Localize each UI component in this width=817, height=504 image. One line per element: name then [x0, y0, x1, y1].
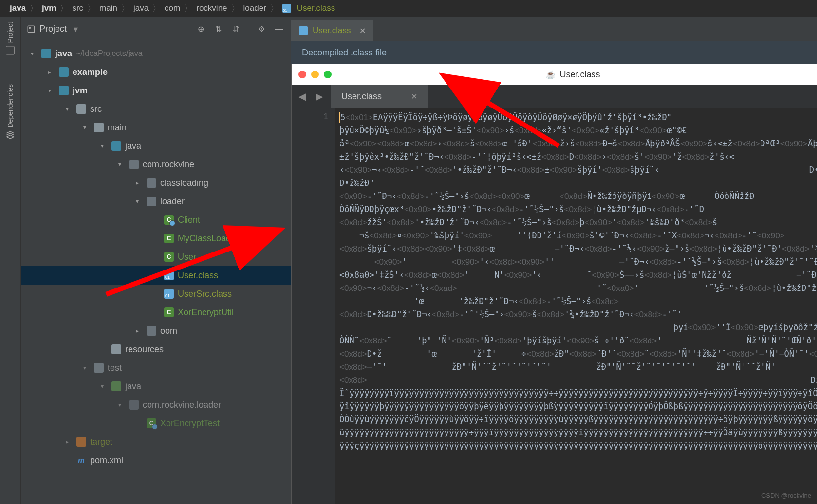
project-dropdown[interactable]: Project ▾ — [27, 24, 78, 35]
tree-item-example[interactable]: ▸example — [21, 63, 291, 81]
crumb-main[interactable]: main — [99, 3, 117, 13]
tree-item-pom-xml[interactable]: mpom.xml — [21, 451, 291, 469]
tree-item-xorencrypttest[interactable]: CXorEncryptTest — [21, 414, 291, 432]
collapse-all-button[interactable]: ⇵ — [229, 23, 242, 36]
tree-label: XorEncryptTest — [160, 418, 220, 429]
project-view-icon — [27, 25, 36, 34]
tree-item-jvm[interactable]: ▾jvm — [21, 81, 291, 100]
expand-arrow-icon[interactable]: ▸ — [66, 438, 74, 445]
close-icon[interactable]: ✕ — [411, 92, 417, 101]
chevron-down-icon: ▾ — [74, 24, 78, 35]
tree-item-test[interactable]: ▾test — [21, 359, 291, 377]
tree-label: MyClassLoader — [178, 234, 239, 244]
tree-label: UserSrc.class — [178, 289, 232, 299]
crumb-com[interactable]: com — [165, 3, 180, 13]
select-opened-button[interactable]: ⊕ — [194, 23, 207, 36]
tree-label: classloading — [160, 178, 208, 188]
popup-tab-label: User.class — [341, 91, 382, 102]
class-icon: C — [164, 252, 174, 262]
folder-dk-icon — [129, 400, 139, 410]
project-icon — [6, 46, 15, 55]
tree-item-usersrc-class[interactable]: UserSrc.class — [21, 285, 291, 303]
expand-arrow-icon[interactable]: ▸ — [48, 69, 57, 75]
tree-item-java[interactable]: ▾java~/IdeaProjects/java — [21, 44, 291, 63]
class-mod-icon: C — [147, 418, 156, 428]
crumb-src[interactable]: src — [72, 3, 83, 13]
crumb-file[interactable]: User.class — [297, 3, 335, 13]
expand-arrow-icon[interactable]: ▾ — [136, 198, 145, 205]
expand-arrow-icon[interactable]: ▾ — [48, 87, 57, 94]
tree-item-com-rockvine[interactable]: ▾com.rockvine — [21, 155, 291, 174]
hide-button[interactable]: — — [273, 23, 285, 36]
traffic-close-icon[interactable] — [298, 71, 306, 78]
tree-item-client[interactable]: CClient — [21, 211, 291, 229]
expand-arrow-icon[interactable]: ▾ — [83, 124, 92, 131]
tree-item-user-class[interactable]: User.class — [21, 266, 291, 285]
tree-item-user[interactable]: CUser — [21, 248, 291, 266]
breadcrumb: java〉 jvm〉 src〉 main〉 java〉 com〉 rockvin… — [0, 0, 817, 17]
tree-item-target[interactable]: ▸target — [21, 432, 291, 451]
nav-fwd-button[interactable]: ▶ — [314, 90, 325, 102]
expand-arrow-icon[interactable]: ▾ — [101, 383, 110, 390]
tree-label: main — [108, 123, 127, 133]
crumb-java[interactable]: java — [10, 3, 26, 13]
traffic-max-icon[interactable] — [324, 71, 332, 78]
popup-window: ☕User.class ◀ ▶ User.class ✕ 1 5<0x01>EA… — [291, 64, 817, 504]
nav-back-button[interactable]: ◀ — [297, 90, 308, 102]
tree-item-loader[interactable]: ▾loader — [21, 192, 291, 211]
sidebar-header: Project ▾ ⊕ ⇅ ⇵ ⚙ — — [21, 17, 291, 41]
expand-arrow-icon[interactable]: ▾ — [66, 106, 74, 112]
expand-all-button[interactable]: ⇅ — [212, 23, 224, 36]
expand-arrow-icon[interactable]: ▾ — [101, 143, 110, 149]
settings-button[interactable]: ⚙ — [255, 23, 268, 36]
crumb-jvm[interactable]: jvm — [42, 3, 56, 13]
project-tree[interactable]: ▾java~/IdeaProjects/java▸example▾jvm▾src… — [21, 41, 291, 504]
close-icon[interactable]: ✕ — [359, 26, 366, 36]
tree-item-main[interactable]: ▾main — [21, 118, 291, 137]
tree-label: Client — [178, 215, 200, 225]
rail-project[interactable]: Project — [6, 22, 15, 55]
tree-item-src[interactable]: ▾src — [21, 100, 291, 118]
tree-label: User.class — [178, 270, 218, 281]
tree-item-classloading[interactable]: ▸classloading — [21, 174, 291, 192]
folder-dk-icon — [147, 326, 156, 336]
expand-arrow-icon[interactable]: ▸ — [136, 327, 145, 334]
crumb-java2[interactable]: java — [133, 3, 149, 13]
tree-item-oom[interactable]: ▸oom — [21, 322, 291, 340]
tab-label: User.class — [313, 26, 351, 36]
tree-label: java — [125, 141, 141, 151]
tab-userclass[interactable]: User.class ✕ — [291, 19, 373, 41]
line-gutter: 1 — [292, 108, 335, 504]
res-icon — [111, 344, 121, 354]
expand-arrow-icon[interactable]: ▸ — [136, 180, 145, 186]
popup-tab-userclass[interactable]: User.class ✕ — [331, 85, 428, 108]
classfile-icon — [282, 4, 291, 13]
expand-arrow-icon[interactable]: ▾ — [83, 364, 92, 371]
tree-label: com.rockvine — [143, 160, 194, 170]
popup-editor[interactable]: 1 5<0x01>EAÿÿÿËÿÏöÿ÷ÿß÷ÿÞöÿøÿÿöÿøÿÜöÿÜöÿ… — [292, 108, 817, 504]
file01-icon — [164, 270, 174, 280]
expand-arrow-icon[interactable]: ▾ — [118, 161, 127, 168]
tree-label: java — [125, 381, 141, 392]
tree-label: jvm — [73, 86, 88, 96]
tree-item-java[interactable]: ▾java — [21, 137, 291, 155]
code-content[interactable]: 5<0x01>EAÿÿÿËÿÏöÿ÷ÿß÷ÿÞöÿøÿÿöÿøÿÜöÿÜöÿõÿ… — [335, 108, 817, 504]
tree-item-resources[interactable]: resources — [21, 340, 291, 359]
tree-item-xorencryptutil[interactable]: CXorEncryptUtil — [21, 303, 291, 322]
expand-arrow-icon[interactable]: ▾ — [118, 401, 127, 408]
tree-label: XorEncryptUtil — [178, 307, 234, 318]
popup-titlebar[interactable]: ☕User.class — [292, 64, 817, 85]
tree-item-java[interactable]: ▾java — [21, 377, 291, 396]
folder-blue-icon — [59, 86, 69, 95]
rail-dependencies[interactable]: Dependencies — [6, 84, 15, 140]
tree-label: loader — [160, 197, 185, 207]
tree-item-myclassloader[interactable]: CMyClassLoader — [21, 229, 291, 248]
popup-title: ☕User.class — [336, 70, 810, 80]
crumb-loader[interactable]: loader — [243, 3, 266, 13]
class-icon: C — [164, 234, 174, 243]
tree-item-com-rockvine-loader[interactable]: ▾com.rockvine.loader — [21, 396, 291, 414]
expand-arrow-icon[interactable]: ▾ — [31, 50, 39, 57]
traffic-min-icon[interactable] — [311, 71, 319, 78]
folder-blue-icon — [111, 141, 121, 151]
crumb-rockvine[interactable]: rockvine — [196, 3, 227, 13]
